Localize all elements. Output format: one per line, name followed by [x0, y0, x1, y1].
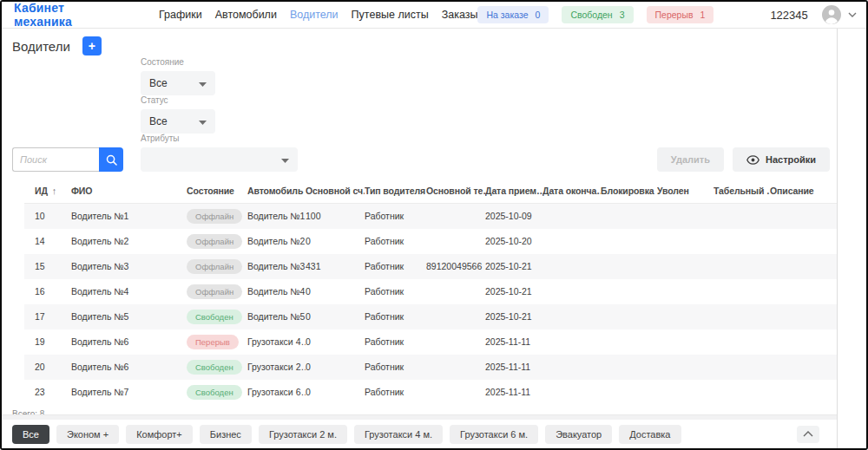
status-badge-label: Перерыв: [655, 10, 694, 20]
column-header[interactable]: Дата прием…: [485, 182, 542, 204]
table-row[interactable]: 10Водитель №1ОффлайнВодитель №1…100Работ…: [24, 204, 837, 229]
column-header[interactable]: Автомобиль: [247, 182, 306, 204]
cell-state: Свободен: [187, 355, 247, 380]
chevron-down-icon: [199, 115, 207, 127]
column-header[interactable]: ФИО: [71, 182, 187, 204]
cell-car: Водитель №4…: [247, 279, 306, 304]
cell-fired: [657, 329, 713, 355]
cell-tab_number: [713, 380, 770, 405]
nav-item-0[interactable]: Графики: [159, 9, 202, 21]
table-row[interactable]: 23Водитель №7СвободенГрузотакси 6…0Работ…: [24, 380, 837, 405]
vehicle-class-bar: ВсеЭконом +Комфорт+БизнесГрузотакси 2 м.…: [2, 420, 837, 448]
cell-phone: [426, 355, 485, 380]
filter-0: СостояниеВсе: [141, 57, 298, 95]
user-block: 122345: [770, 5, 856, 24]
vehicle-chip[interactable]: Эвакуатор: [545, 425, 612, 444]
table-row[interactable]: 14Водитель №2ОффлайнВодитель №2…0Работни…: [24, 229, 837, 254]
nav-item-3[interactable]: Путевые листы: [352, 9, 429, 21]
vehicle-chip[interactable]: Доставка: [619, 425, 681, 444]
add-driver-button[interactable]: +: [82, 36, 102, 55]
cell-driver_type: Работник: [365, 355, 426, 380]
avatar[interactable]: [822, 5, 841, 24]
main-nav: ГрафикиАвтомобилиВодителиПутевые листыЗа…: [159, 9, 477, 21]
state-badge: Оффлайн: [187, 259, 242, 274]
cell-phone: [426, 329, 485, 355]
cell-phone: [426, 380, 485, 405]
page-title: Водители: [12, 39, 70, 54]
cell-id: 23: [24, 380, 71, 405]
cell-id: 10: [24, 204, 71, 229]
cell-phone: [426, 204, 485, 229]
status-badge[interactable]: Свободен3: [562, 6, 633, 23]
column-header-label: Тип водителя: [365, 186, 425, 196]
cell-fired: [657, 304, 713, 329]
chevron-down-icon[interactable]: [848, 12, 857, 17]
state-badge: Перерыв: [187, 335, 239, 349]
filter-select[interactable]: Все: [141, 71, 215, 95]
cell-fired: [657, 254, 713, 279]
cell-end_date: [542, 304, 601, 329]
cell-end_date: [542, 279, 601, 304]
column-header[interactable]: Основной сч…: [306, 182, 365, 204]
table-row[interactable]: 16Водитель №4ОффлайнВодитель №4…0Работни…: [24, 279, 837, 304]
status-badge-label: Свободен: [570, 10, 612, 20]
cell-fio: Водитель №2: [71, 229, 187, 254]
search-button[interactable]: [99, 147, 123, 172]
vehicle-chip[interactable]: Грузотакси 4 м.: [354, 425, 443, 444]
cell-block: [601, 355, 657, 380]
status-badge[interactable]: Перерыв1: [647, 6, 714, 23]
vehicle-chip[interactable]: Бизнес: [200, 425, 252, 444]
top-bar: Кабинет механика ГрафикиАвтомобилиВодите…: [2, 2, 866, 29]
column-header[interactable]: Блокировка: [601, 182, 657, 204]
cell-id: 17: [24, 304, 71, 329]
filters: СостояниеВсеСтатусВсеАтрибуты: [123, 57, 298, 172]
nav-item-4[interactable]: Заказы: [442, 9, 478, 21]
filter-select[interactable]: Все: [141, 109, 215, 134]
cell-car: Грузотакси 4…: [247, 329, 306, 355]
cell-driver_type: Работник: [365, 304, 426, 329]
search-input[interactable]: [12, 147, 99, 172]
table-row[interactable]: 15Водитель №3ОффлайнВодитель №3…431Работ…: [24, 254, 837, 279]
vehicle-chip[interactable]: Все: [12, 425, 49, 444]
cell-tab_number: [713, 229, 770, 254]
cell-description: [770, 304, 837, 329]
cell-state: Свободен: [187, 304, 247, 329]
collapse-button[interactable]: [797, 426, 819, 443]
status-badge[interactable]: На заказе0: [477, 6, 549, 23]
table-row[interactable]: 20Водитель №6СвободенГрузотакси 2…0Работ…: [24, 355, 837, 380]
column-header-label: Основной сч…: [306, 186, 365, 196]
vehicle-chip[interactable]: Грузотакси 6 м.: [450, 425, 538, 444]
cell-account: 0: [306, 355, 365, 380]
column-header[interactable]: Основной те…: [426, 182, 485, 204]
user-id: 122345: [770, 9, 807, 22]
settings-button[interactable]: Настройки: [733, 147, 830, 172]
column-header[interactable]: Состояние: [187, 182, 247, 204]
table-row[interactable]: 19Водитель №6ПерерывГрузотакси 4…0Работн…: [24, 329, 837, 355]
vehicle-chip[interactable]: Эконом +: [56, 425, 119, 444]
cell-id: 15: [24, 254, 71, 279]
vehicle-chip[interactable]: Комфорт+: [126, 425, 193, 444]
cell-hire_date: 2025-10-20: [485, 229, 542, 254]
table-row[interactable]: 17Водитель №5СвободенВодитель №5…0Работн…: [24, 304, 837, 329]
nav-item-1[interactable]: Автомобили: [215, 9, 277, 21]
column-header[interactable]: Уволен: [657, 182, 713, 204]
cell-state: Оффлайн: [187, 279, 247, 304]
column-header[interactable]: ИД↑: [24, 182, 71, 204]
vehicle-chip[interactable]: Грузотакси 2 м.: [259, 425, 347, 444]
cell-tab_number: [713, 204, 770, 229]
status-badge-label: На заказе: [486, 10, 528, 20]
column-header[interactable]: Табельный …: [713, 182, 770, 204]
filter-select[interactable]: [141, 147, 298, 172]
cell-car: Водитель №1…: [247, 204, 306, 229]
delete-button[interactable]: Удалить: [657, 147, 724, 172]
nav-item-2[interactable]: Водители: [290, 9, 339, 21]
column-header-label: Основной те…: [426, 186, 485, 196]
cell-fio: Водитель №7: [71, 380, 187, 405]
column-header[interactable]: Описание: [770, 182, 837, 204]
cell-end_date: [542, 204, 601, 229]
chevron-up-icon: [803, 431, 813, 437]
status-badges: На заказе0Свободен3Перерыв1: [477, 6, 713, 23]
column-header[interactable]: Дата оконча…: [542, 182, 601, 204]
right-gutter: [838, 29, 866, 448]
column-header[interactable]: Тип водителя: [365, 182, 426, 204]
